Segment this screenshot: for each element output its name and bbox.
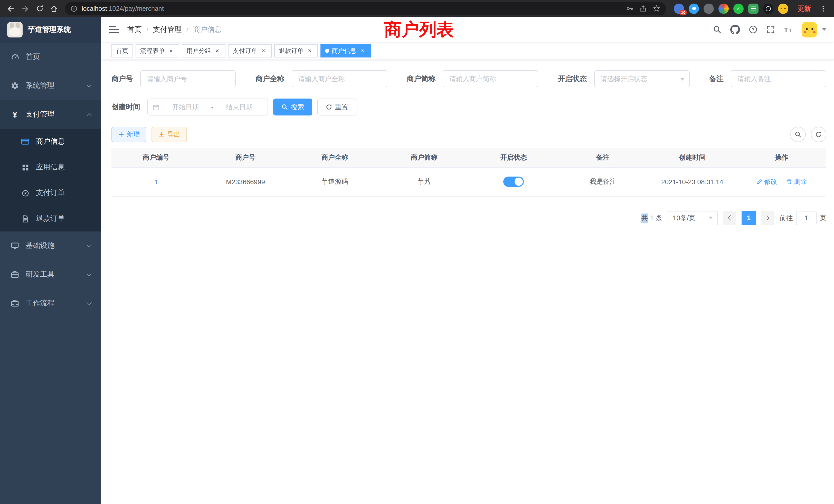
close-icon[interactable]	[168, 47, 175, 54]
caret-down-icon	[709, 216, 713, 219]
browser-forward-icon[interactable]	[19, 2, 32, 15]
page-jump-input[interactable]	[796, 211, 816, 225]
app-title: 芋道管理系统	[28, 25, 71, 35]
calendar-icon	[153, 104, 160, 111]
font-size-icon[interactable]: TT	[784, 25, 793, 33]
toggle-search-icon[interactable]	[790, 127, 806, 142]
export-button-label: 导出	[168, 130, 180, 139]
merchant-full-name-input[interactable]	[291, 70, 387, 87]
close-icon[interactable]	[260, 47, 267, 54]
search-button[interactable]: 搜索	[273, 98, 312, 115]
tab-user-group[interactable]: 用户分组	[182, 44, 225, 58]
github-icon[interactable]	[730, 25, 740, 35]
dark-extension-icon[interactable]	[763, 3, 773, 14]
menu-label: 商户信息	[36, 137, 65, 146]
app-grid-icon	[21, 163, 30, 171]
puzzle-extension-icon[interactable]: 10	[674, 3, 684, 14]
col-short-name: 商户简称	[379, 148, 469, 167]
app-logo[interactable]: 芋道管理系统	[0, 17, 101, 43]
export-button[interactable]: 导出	[152, 127, 187, 142]
browser-home-icon[interactable]	[47, 2, 61, 15]
sidebar-item-devtools[interactable]: 研发工具	[0, 260, 101, 289]
tab-process-form[interactable]: 流程表单	[136, 44, 179, 58]
user-caret-down-icon[interactable]	[822, 28, 826, 31]
fullscreen-icon[interactable]	[766, 25, 775, 34]
close-icon[interactable]	[359, 47, 366, 54]
merchant-table: 商户编号 商户号 商户全称 商户简称 开启状态 备注 创建时间 操作 1	[111, 148, 826, 196]
bookmark-star-icon[interactable]	[653, 5, 660, 12]
sidebar-item-pay-order[interactable]: 支付订单	[0, 180, 101, 206]
sidebar-item-infrastructure[interactable]: 基础设施	[0, 231, 101, 260]
start-date-placeholder[interactable]: 开始日期	[162, 102, 209, 112]
field-create-time: 创建时间 开始日期 - 结束日期	[111, 98, 268, 115]
search-form-row-2: 创建时间 开始日期 - 结束日期 搜索 重置	[111, 98, 826, 115]
tab-home[interactable]: 首页	[111, 44, 133, 58]
date-range-picker[interactable]: 开始日期 - 结束日期	[147, 98, 268, 115]
url-host: localhost	[82, 5, 107, 12]
remark-input[interactable]	[731, 70, 826, 87]
status-select-input[interactable]	[594, 70, 689, 87]
share-icon[interactable]	[639, 5, 647, 12]
prev-page-button[interactable]	[723, 211, 737, 225]
workflow-briefcase-icon	[10, 299, 20, 307]
sidebar-item-payment[interactable]: ¥ 支付管理	[0, 100, 101, 129]
browser-refresh-icon[interactable]	[33, 2, 46, 15]
hamburger-icon[interactable]	[109, 26, 119, 33]
sidebar-item-home[interactable]: 首页	[0, 43, 101, 71]
emoji-extension-icon[interactable]	[778, 3, 788, 14]
tab-label: 用户分组	[186, 46, 211, 55]
page-size-select[interactable]: 10条/页	[667, 211, 718, 225]
table-toolbar: 新增 导出	[111, 127, 826, 142]
drop-extension-icon[interactable]	[689, 3, 699, 14]
edit-link-label: 修改	[764, 177, 777, 186]
tab-merchant-info[interactable]: 商户信息	[321, 44, 371, 58]
next-page-button[interactable]	[761, 211, 774, 225]
breadcrumb-home[interactable]: 首页	[127, 25, 142, 34]
sidebar-item-merchant-info[interactable]: 商户信息	[0, 129, 101, 155]
breadcrumb: 首页 / 支付管理 / 商户信息	[127, 25, 222, 34]
status-toggle[interactable]	[503, 177, 524, 187]
sidebar-item-workflow[interactable]: 工作流程	[0, 289, 101, 318]
search-button-label: 搜索	[291, 102, 304, 112]
header-search-icon[interactable]	[713, 25, 722, 34]
site-info-icon[interactable]	[70, 5, 78, 12]
table-header-row: 商户编号 商户号 商户全称 商户简称 开启状态 备注 创建时间 操作	[111, 148, 826, 167]
extension-badge: 10	[680, 10, 687, 15]
tab-pay-order[interactable]: 支付订单	[228, 44, 272, 58]
sidebar-item-system[interactable]: 系统管理	[0, 71, 101, 100]
close-icon[interactable]	[214, 47, 221, 54]
add-button[interactable]: 新增	[111, 127, 146, 142]
color-wheel-extension-icon[interactable]	[719, 3, 729, 14]
green-check-extension-icon[interactable]	[733, 3, 744, 14]
browser-update-button[interactable]: 更新	[793, 4, 815, 13]
page-1-button[interactable]: 1	[742, 211, 756, 225]
breadcrumb-payment[interactable]: 支付管理	[153, 25, 182, 34]
browser-menu-dots-icon[interactable]	[816, 2, 830, 15]
status-select[interactable]	[594, 70, 689, 87]
password-key-icon[interactable]	[626, 5, 634, 12]
breadcrumb-separator: /	[146, 25, 148, 33]
payment-submenu: 商户信息 应用信息 支付订单 退款订单	[0, 129, 101, 231]
close-icon[interactable]	[306, 47, 313, 54]
notes-extension-icon[interactable]	[748, 3, 759, 14]
browser-back-icon[interactable]	[4, 2, 18, 15]
merchant-short-name-input[interactable]	[443, 70, 538, 87]
merchant-no-input[interactable]	[140, 70, 236, 87]
refresh-table-icon[interactable]	[811, 127, 826, 142]
user-avatar[interactable]	[802, 22, 817, 37]
help-icon[interactable]: ?	[749, 25, 758, 34]
menu-label: 首页	[26, 52, 40, 62]
sidebar-item-refund-order[interactable]: 退款订单	[0, 206, 101, 231]
tab-refund-order[interactable]: 退款订单	[274, 44, 318, 58]
browser-address-bar[interactable]: localhost:1024/pay/merchant	[65, 2, 666, 15]
delete-link[interactable]: 删除	[786, 177, 807, 186]
reset-button[interactable]: 重置	[317, 98, 356, 115]
end-date-placeholder[interactable]: 结束日期	[215, 102, 263, 112]
reset-button-label: 重置	[335, 102, 348, 112]
sidebar-item-app-info[interactable]: 应用信息	[0, 155, 101, 180]
gray-extension-icon[interactable]	[704, 3, 714, 14]
tags-bar: 首页 流程表单 用户分组 支付订单 退款订单 商户信息	[101, 42, 834, 60]
field-status: 开启状态	[558, 70, 689, 87]
edit-link[interactable]: 修改	[756, 177, 777, 186]
menu-label: 支付管理	[26, 110, 54, 119]
